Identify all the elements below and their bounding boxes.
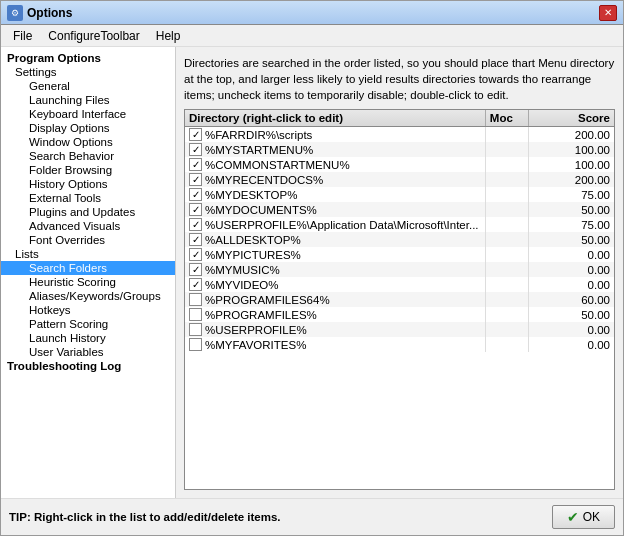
sidebar-item[interactable]: Window Options: [1, 135, 175, 149]
table-row[interactable]: %USERPROFILE%\Application Data\Microsoft…: [185, 217, 614, 232]
row-checkbox[interactable]: [189, 143, 202, 156]
sidebar-item[interactable]: Keyboard Interface: [1, 107, 175, 121]
row-moc: [485, 337, 528, 352]
table-row[interactable]: %PROGRAMFILES64%60.00: [185, 292, 614, 307]
row-score: 200.00: [528, 127, 614, 143]
row-checkbox[interactable]: [189, 248, 202, 261]
sidebar-item[interactable]: Troubleshooting Log: [1, 359, 175, 373]
row-score: 0.00: [528, 337, 614, 352]
close-button[interactable]: ✕: [599, 5, 617, 21]
table-row[interactable]: %MYRECENTDOCS%200.00: [185, 172, 614, 187]
ok-label: OK: [583, 510, 600, 524]
menu-help[interactable]: Help: [148, 27, 189, 45]
row-moc: [485, 157, 528, 172]
description-text: Directories are searched in the order li…: [184, 55, 615, 103]
row-moc: [485, 127, 528, 143]
row-checkbox[interactable]: [189, 173, 202, 186]
row-score: 0.00: [528, 322, 614, 337]
window-icon: ⚙: [7, 5, 23, 21]
sidebar-item[interactable]: Lists: [1, 247, 175, 261]
col-header-score: Score: [528, 110, 614, 127]
row-moc: [485, 247, 528, 262]
row-checkbox[interactable]: [189, 323, 202, 336]
row-score: 0.00: [528, 277, 614, 292]
table-row[interactable]: %MYPICTURES%0.00: [185, 247, 614, 262]
row-checkbox[interactable]: [189, 128, 202, 141]
sidebar-item[interactable]: User Variables: [1, 345, 175, 359]
row-moc: [485, 232, 528, 247]
table-row[interactable]: %PROGRAMFILES%50.00: [185, 307, 614, 322]
table-row[interactable]: %MYDESKTOP%75.00: [185, 187, 614, 202]
sidebar-item[interactable]: Launch History: [1, 331, 175, 345]
ok-button[interactable]: ✔ OK: [552, 505, 615, 529]
sidebar-item[interactable]: Plugins and Updates: [1, 205, 175, 219]
row-dir-label: %MYPICTURES%: [205, 249, 301, 261]
row-checkbox[interactable]: [189, 338, 202, 351]
row-dir-label: %MYRECENTDOCS%: [205, 174, 323, 186]
menu-file[interactable]: File: [5, 27, 40, 45]
content-area: Program OptionsSettingsGeneralLaunching …: [1, 47, 623, 498]
sidebar-item[interactable]: General: [1, 79, 175, 93]
sidebar-item[interactable]: Search Behavior: [1, 149, 175, 163]
row-checkbox[interactable]: [189, 308, 202, 321]
table-row[interactable]: %USERPROFILE%0.00: [185, 322, 614, 337]
table-row[interactable]: %MYVIDEO%0.00: [185, 277, 614, 292]
sidebar-item[interactable]: Heuristic Scoring: [1, 275, 175, 289]
row-score: 100.00: [528, 157, 614, 172]
row-checkbox[interactable]: [189, 203, 202, 216]
col-header-moc: Moc: [485, 110, 528, 127]
row-checkbox[interactable]: [189, 188, 202, 201]
table-row[interactable]: %MYDOCUMENTS%50.00: [185, 202, 614, 217]
title-bar-left: ⚙ Options: [7, 5, 72, 21]
row-checkbox[interactable]: [189, 158, 202, 171]
sidebar-item[interactable]: History Options: [1, 177, 175, 191]
table-row[interactable]: %MYSTARTMENU%100.00: [185, 142, 614, 157]
sidebar-item[interactable]: External Tools: [1, 191, 175, 205]
row-moc: [485, 307, 528, 322]
window-title: Options: [27, 6, 72, 20]
sidebar-item[interactable]: Hotkeys: [1, 303, 175, 317]
row-score: 0.00: [528, 262, 614, 277]
menu-configure-toolbar[interactable]: ConfigureToolbar: [40, 27, 147, 45]
menu-bar: File ConfigureToolbar Help: [1, 25, 623, 47]
row-checkbox[interactable]: [189, 218, 202, 231]
row-checkbox[interactable]: [189, 233, 202, 246]
sidebar: Program OptionsSettingsGeneralLaunching …: [1, 47, 176, 498]
row-score: 200.00: [528, 172, 614, 187]
row-dir-label: %MYDESKTOP%: [205, 189, 297, 201]
row-dir-label: %PROGRAMFILES64%: [205, 294, 330, 306]
footer-bar: TIP: Right-click in the list to add/edit…: [1, 498, 623, 535]
sidebar-item[interactable]: Settings: [1, 65, 175, 79]
row-checkbox[interactable]: [189, 263, 202, 276]
row-moc: [485, 202, 528, 217]
table-row[interactable]: %MYFAVORITES%0.00: [185, 337, 614, 352]
row-score: 0.00: [528, 247, 614, 262]
sidebar-item[interactable]: Program Options: [1, 51, 175, 65]
sidebar-item[interactable]: Advanced Visuals: [1, 219, 175, 233]
row-moc: [485, 172, 528, 187]
sidebar-item[interactable]: Folder Browsing: [1, 163, 175, 177]
directory-table-container[interactable]: Directory (right-click to edit) Moc Scor…: [184, 109, 615, 490]
table-row[interactable]: %MYMUSIC%0.00: [185, 262, 614, 277]
row-score: 50.00: [528, 202, 614, 217]
row-score: 50.00: [528, 232, 614, 247]
sidebar-item[interactable]: Font Overrides: [1, 233, 175, 247]
sidebar-item[interactable]: Launching Files: [1, 93, 175, 107]
main-panel: Directories are searched in the order li…: [176, 47, 623, 498]
row-checkbox[interactable]: [189, 293, 202, 306]
sidebar-item[interactable]: Pattern Scoring: [1, 317, 175, 331]
row-dir-label: %COMMONSTARTMENU%: [205, 159, 350, 171]
main-window: ⚙ Options ✕ File ConfigureToolbar Help P…: [0, 0, 624, 536]
sidebar-item[interactable]: Search Folders: [1, 261, 175, 275]
table-row[interactable]: %FARRDIR%\scripts200.00: [185, 127, 614, 143]
table-row[interactable]: %ALLDESKTOP%50.00: [185, 232, 614, 247]
sidebar-item[interactable]: Display Options: [1, 121, 175, 135]
sidebar-item[interactable]: Aliases/Keywords/Groups: [1, 289, 175, 303]
row-checkbox[interactable]: [189, 278, 202, 291]
row-dir-label: %PROGRAMFILES%: [205, 309, 317, 321]
table-row[interactable]: %COMMONSTARTMENU%100.00: [185, 157, 614, 172]
row-moc: [485, 262, 528, 277]
row-dir-label: %USERPROFILE%: [205, 324, 307, 336]
row-score: 75.00: [528, 217, 614, 232]
row-dir-label: %FARRDIR%\scripts: [205, 129, 312, 141]
